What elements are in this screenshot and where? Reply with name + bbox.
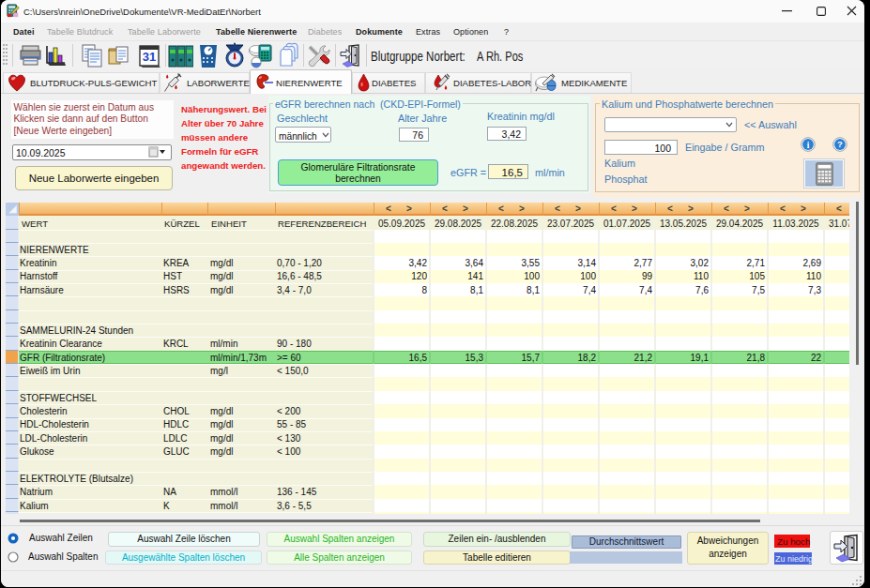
svg-text:i: i — [807, 141, 810, 150]
svg-text:31: 31 — [143, 50, 156, 64]
svg-text:?: ? — [837, 139, 843, 149]
